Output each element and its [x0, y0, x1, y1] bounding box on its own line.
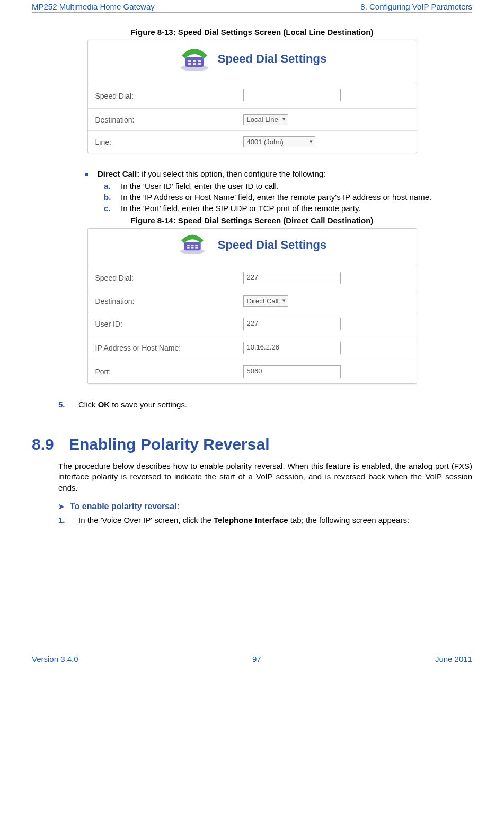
figure-8-13-caption: Figure 8-13: Speed Dial Settings Screen …: [32, 28, 472, 37]
footer: Version 3.4.0 97 June 2011: [32, 652, 472, 666]
section-8-9-paragraph: The procedure below describes how to ena…: [58, 461, 472, 493]
port-input[interactable]: 5060: [243, 365, 341, 378]
top-divider: [32, 12, 472, 13]
speed-dial-label: Speed Dial:: [88, 266, 236, 290]
step-c-text: In the ‘Port’ field, enter the SIP UDP o…: [121, 204, 360, 213]
speed-dial-header: Speed Dial Settings: [88, 229, 417, 266]
step-1-text: In the 'Voice Over IP' screen, click the…: [78, 516, 409, 525]
svg-rect-10: [187, 245, 189, 247]
destination-select[interactable]: Direct Call: [243, 295, 289, 307]
speed-dial-header: Speed Dial Settings: [88, 40, 417, 83]
phone-icon: [178, 46, 211, 72]
svg-rect-5: [188, 63, 191, 65]
footer-page-number: 97: [252, 655, 261, 664]
speed-dial-label: Speed Dial:: [88, 83, 236, 109]
svg-rect-7: [198, 63, 201, 65]
bullet-icon: [85, 173, 88, 176]
speed-dial-input[interactable]: [243, 89, 341, 101]
step-1: 1. In the 'Voice Over IP' screen, click …: [58, 516, 472, 525]
phone-icon: [178, 232, 211, 258]
section-8-9-heading: 8.9Enabling Polarity Reversal: [32, 435, 472, 453]
step-b-text: In the ‘IP Address or Host Name’ field, …: [121, 193, 431, 202]
direct-call-steps: a. In the ‘User ID’ field, enter the use…: [104, 181, 472, 213]
speed-dial-fields-table: Speed Dial: 227 Destination: Direct Call…: [88, 266, 417, 383]
ip-host-label: IP Address or Host Name:: [88, 336, 236, 360]
doc-title-left: MP252 Multimedia Home Gateway: [32, 2, 155, 11]
speed-dial-input[interactable]: 227: [243, 272, 341, 284]
speed-dial-fields-table: Speed Dial: Destination: Local Line Line…: [88, 83, 417, 153]
destination-select[interactable]: Local Line: [243, 114, 288, 125]
step-5: 5. Click OK to save your settings.: [58, 400, 472, 409]
footer-version: Version 3.4.0: [32, 655, 78, 664]
svg-rect-13: [187, 247, 189, 249]
step-a-text: In the ‘User ID’ field, enter the user I…: [121, 181, 279, 190]
destination-label: Destination:: [88, 290, 236, 312]
doc-title-right: 8. Configuring VoIP Parameters: [360, 2, 472, 11]
svg-rect-3: [193, 60, 196, 62]
step-letter-b: b.: [104, 193, 113, 202]
table-row: User ID: 227: [88, 312, 417, 336]
table-row: IP Address or Host Name: 10.16.2.26: [88, 336, 417, 360]
svg-rect-12: [195, 245, 198, 247]
speed-dial-title: Speed Dial Settings: [218, 238, 326, 252]
procedure-heading: ➤To enable polarity reversal:: [58, 502, 472, 511]
user-id-input[interactable]: 227: [243, 318, 341, 330]
direct-call-text: Direct Call: if you select this option, …: [98, 169, 325, 178]
table-row: Port: 5060: [88, 360, 417, 384]
user-id-label: User ID:: [88, 312, 236, 336]
speed-dial-settings-direct-screenshot: Speed Dial Settings Speed Dial: 227 Dest…: [87, 228, 417, 384]
table-row: Speed Dial:: [88, 83, 417, 109]
table-row: Line: 4001 (John): [88, 131, 417, 153]
svg-rect-15: [195, 247, 198, 249]
step-letter-c: c.: [104, 204, 113, 213]
svg-rect-6: [193, 63, 196, 65]
svg-rect-2: [188, 60, 191, 62]
table-row: Speed Dial: 227: [88, 266, 417, 290]
step-number: 1.: [58, 516, 69, 525]
svg-rect-14: [191, 247, 193, 249]
line-select[interactable]: 4001 (John): [243, 136, 315, 147]
direct-call-bullet: Direct Call: if you select this option, …: [85, 169, 472, 178]
destination-label: Destination:: [88, 109, 236, 131]
table-row: Destination: Local Line: [88, 109, 417, 131]
ip-host-input[interactable]: 10.16.2.26: [243, 342, 341, 354]
svg-rect-4: [198, 60, 201, 62]
line-label: Line:: [88, 131, 236, 153]
table-row: Destination: Direct Call: [88, 290, 417, 312]
figure-8-14-caption: Figure 8-14: Speed Dial Settings Screen …: [32, 216, 472, 225]
port-label: Port:: [88, 360, 236, 384]
footer-date: June 2011: [435, 655, 472, 664]
step-5-text: Click OK to save your settings.: [78, 400, 187, 409]
speed-dial-settings-local-screenshot: Speed Dial Settings Speed Dial: Destinat…: [87, 40, 417, 153]
speed-dial-title: Speed Dial Settings: [218, 52, 326, 66]
triangle-icon: ➤: [58, 502, 65, 511]
svg-rect-11: [191, 245, 193, 247]
step-number: 5.: [58, 400, 69, 409]
step-letter-a: a.: [104, 181, 113, 190]
